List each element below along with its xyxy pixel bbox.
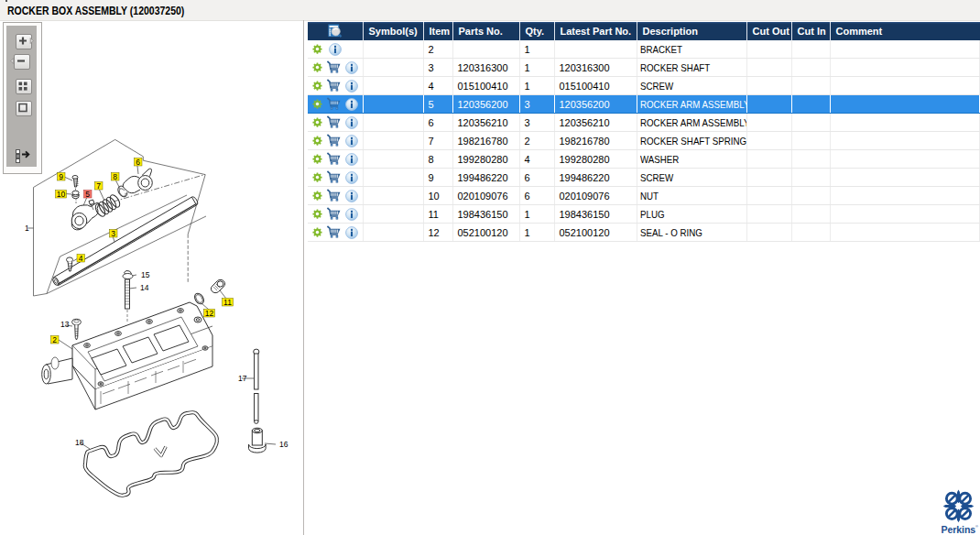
svg-text:4: 4 [79, 254, 83, 263]
svg-text:6: 6 [136, 158, 140, 167]
svg-text:16: 16 [279, 440, 289, 449]
svg-text:2: 2 [52, 335, 57, 344]
svg-text:17: 17 [238, 374, 247, 383]
svg-text:Perkins: Perkins [942, 524, 976, 535]
svg-text:15: 15 [141, 270, 150, 279]
svg-text:11: 11 [223, 298, 232, 307]
svg-text:14: 14 [140, 283, 149, 292]
svg-text:7: 7 [96, 181, 101, 191]
svg-text:10: 10 [57, 190, 66, 199]
svg-text:8: 8 [113, 172, 117, 181]
svg-text:5: 5 [85, 190, 90, 199]
svg-text:®: ® [975, 524, 978, 529]
svg-text:3: 3 [111, 229, 115, 238]
svg-text:1: 1 [25, 224, 29, 233]
svg-text:18: 18 [75, 438, 84, 447]
svg-text:9: 9 [59, 172, 63, 181]
svg-text:13: 13 [60, 320, 70, 329]
svg-text:12: 12 [205, 309, 214, 318]
